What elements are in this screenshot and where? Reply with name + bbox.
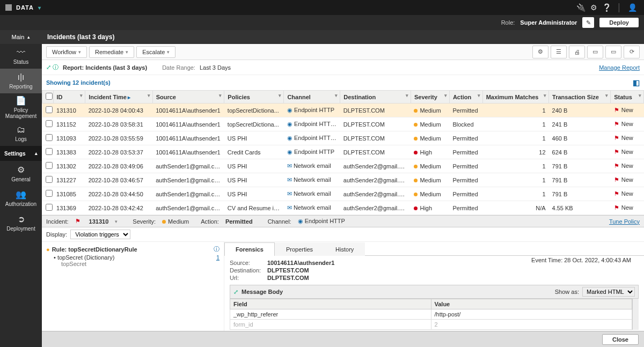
col-menu-icon[interactable]: ▾ bbox=[444, 93, 447, 98]
table-row[interactable]: 1313102022-10-28 04:00:4310014611A\auths… bbox=[42, 104, 644, 117]
layers-icon[interactable]: ☰ bbox=[551, 46, 567, 58]
rule-row[interactable]: ● Rule: topSecretDictionaryRule ⓘ bbox=[46, 244, 219, 254]
cell-size: 240 B bbox=[549, 104, 611, 117]
col-menu-icon[interactable]: ▾ bbox=[80, 93, 83, 98]
cell-status: ⚑New bbox=[611, 173, 644, 187]
event-time-label: Event Time: bbox=[531, 257, 562, 263]
display-select[interactable]: Violation triggers bbox=[70, 230, 130, 239]
scrollbar[interactable] bbox=[632, 299, 639, 330]
row-checkbox[interactable] bbox=[46, 162, 53, 169]
table-row[interactable]: 1311522022-10-28 03:58:3110014611A\auths… bbox=[42, 117, 644, 131]
cell-size: 791 B bbox=[549, 159, 611, 173]
table-row[interactable]: 1313022022-10-28 03:49:06authSender1@gma… bbox=[42, 159, 644, 173]
sub-rule-count[interactable]: 1 bbox=[216, 254, 219, 261]
close-button[interactable]: Close bbox=[602, 334, 639, 345]
export-pdf-icon[interactable]: ▭ bbox=[587, 46, 603, 58]
export-csv-icon[interactable]: ▭ bbox=[605, 46, 621, 58]
sidebar-item-deployment[interactable]: ➲ Deployment bbox=[0, 210, 42, 235]
expand-all-icon[interactable]: ⤢ ⓘ bbox=[46, 63, 58, 71]
sidebar-item-policy[interactable]: 📄 Policy Management bbox=[0, 93, 42, 121]
sidebar-item-status[interactable]: 〰 Status bbox=[0, 44, 42, 69]
sidebar-item-reporting[interactable]: ı|ı Reporting bbox=[0, 69, 42, 93]
col-menu-icon[interactable]: ▾ bbox=[148, 93, 150, 98]
filter-icon[interactable]: ▸ bbox=[128, 94, 130, 100]
col-menu-icon[interactable]: ▾ bbox=[544, 93, 546, 98]
flag-icon: ⚑ bbox=[614, 190, 619, 197]
table-row[interactable]: 1310932022-10-28 03:55:5910014611A\auths… bbox=[42, 131, 644, 145]
col-severity[interactable]: Severity▾ bbox=[411, 91, 449, 104]
col-policies[interactable]: Policies▾ bbox=[224, 91, 284, 104]
row-checkbox[interactable] bbox=[46, 148, 53, 155]
col-incident-time[interactable]: Incident Time▸▾ bbox=[85, 91, 152, 104]
rule-info-icon[interactable]: ⓘ bbox=[214, 245, 219, 253]
incident-menu-icon[interactable]: ▾ bbox=[115, 219, 118, 224]
row-checkbox[interactable] bbox=[46, 176, 53, 183]
collapse-icon[interactable]: ⤢ bbox=[233, 289, 238, 296]
table-row[interactable]: 1312272022-10-28 03:46:57authSender1@gma… bbox=[42, 173, 644, 187]
brand-logo-icon bbox=[5, 4, 12, 11]
cell-severity: High bbox=[411, 201, 449, 215]
cell-action: Permitted bbox=[449, 131, 482, 145]
cell-status: ⚑New bbox=[611, 201, 644, 215]
show-as-select[interactable]: Marked HTML bbox=[582, 287, 635, 297]
refresh-icon[interactable]: ⟳ bbox=[624, 46, 640, 58]
col-status[interactable]: Status▾ bbox=[611, 91, 644, 104]
tab-properties[interactable]: Properties bbox=[275, 242, 324, 256]
print-icon[interactable]: 🖨 bbox=[569, 46, 585, 58]
remediate-button[interactable]: Remediate▾ bbox=[89, 46, 134, 58]
col-menu-icon[interactable]: ▾ bbox=[219, 93, 222, 98]
gear-icon[interactable]: ⚙ bbox=[587, 3, 600, 12]
col-channel[interactable]: Channel▾ bbox=[284, 91, 340, 104]
row-checkbox[interactable] bbox=[46, 106, 53, 113]
tab-history[interactable]: History bbox=[324, 242, 365, 256]
incident-detail-bar: Incident: ⚑ 131310 ▾ Severity: Medium Ac… bbox=[42, 215, 644, 227]
plug-icon[interactable]: 🔌 bbox=[574, 3, 587, 12]
col-menu-icon[interactable]: ▾ bbox=[406, 93, 408, 98]
severity-dot-icon bbox=[162, 220, 166, 224]
col-max-matches[interactable]: Maximum Matches▾ bbox=[482, 91, 548, 104]
col-id[interactable]: ID▾ bbox=[53, 91, 85, 104]
user-icon[interactable]: 👤 bbox=[626, 3, 639, 12]
col-checkbox[interactable] bbox=[42, 91, 54, 104]
sidebar-item-authorization[interactable]: 👥 Authorization bbox=[0, 186, 42, 210]
row-checkbox[interactable] bbox=[46, 120, 53, 127]
col-menu-icon[interactable]: ▾ bbox=[605, 93, 608, 98]
tune-policy-link[interactable]: Tune Policy bbox=[609, 218, 640, 225]
escalate-button[interactable]: Escalate▾ bbox=[136, 46, 175, 58]
edit-icon[interactable]: ✎ bbox=[582, 17, 594, 28]
deploy-button[interactable]: Deploy bbox=[599, 18, 639, 27]
col-menu-icon[interactable]: ▾ bbox=[279, 93, 281, 98]
select-all-checkbox[interactable] bbox=[46, 93, 53, 100]
col-menu-icon[interactable]: ▾ bbox=[478, 93, 480, 98]
cell-destination: DLPTEST.COM bbox=[340, 131, 411, 145]
workflow-button[interactable]: Workflow▾ bbox=[46, 46, 87, 58]
sidebar-item-general[interactable]: ⚙ General bbox=[0, 161, 42, 186]
table-row[interactable]: 1313832022-10-28 03:53:3710014611A\auths… bbox=[42, 145, 644, 159]
manage-report-link[interactable]: Manage Report bbox=[599, 64, 640, 71]
sub-rule[interactable]: • topSecret (Dictionary) 1 bbox=[46, 254, 219, 261]
severity-dot-icon bbox=[414, 165, 418, 168]
col-menu-icon[interactable]: ▾ bbox=[639, 93, 641, 98]
col-menu-icon[interactable]: ▾ bbox=[335, 93, 338, 98]
row-checkbox[interactable] bbox=[46, 190, 53, 197]
col-tx-size[interactable]: Transaction Size▾ bbox=[549, 91, 611, 104]
main-nav-toggle[interactable]: Main ▴ bbox=[0, 30, 42, 44]
col-action[interactable]: Action▾ bbox=[449, 91, 482, 104]
cell-action: Permitted bbox=[449, 159, 482, 173]
count-text: Showing 12 incident(s) bbox=[46, 79, 111, 86]
sidebar-item-settings[interactable]: Settings ▴ bbox=[0, 146, 42, 161]
row-checkbox[interactable] bbox=[46, 134, 53, 141]
col-source[interactable]: Source▾ bbox=[152, 91, 224, 104]
table-row[interactable]: 1313692022-10-28 03:42:42authSender1@gma… bbox=[42, 201, 644, 215]
settings-icon[interactable]: ⚙ bbox=[532, 46, 548, 58]
tab-forensics[interactable]: Forensics bbox=[224, 242, 275, 256]
brand[interactable]: DATA ▾ bbox=[5, 4, 41, 11]
help-icon[interactable]: ❔ bbox=[600, 3, 613, 12]
sidebar-item-logs[interactable]: 🗂 Logs bbox=[0, 121, 42, 146]
cell-matches: N/A bbox=[482, 201, 548, 215]
view-mode-icon[interactable]: ◧ bbox=[633, 78, 640, 87]
col-destination[interactable]: Destination▾ bbox=[340, 91, 411, 104]
brand-menu-arrow-icon[interactable]: ▾ bbox=[38, 5, 41, 11]
table-row[interactable]: 1310852022-10-28 03:44:50authSender1@gma… bbox=[42, 187, 644, 201]
row-checkbox[interactable] bbox=[46, 204, 53, 211]
